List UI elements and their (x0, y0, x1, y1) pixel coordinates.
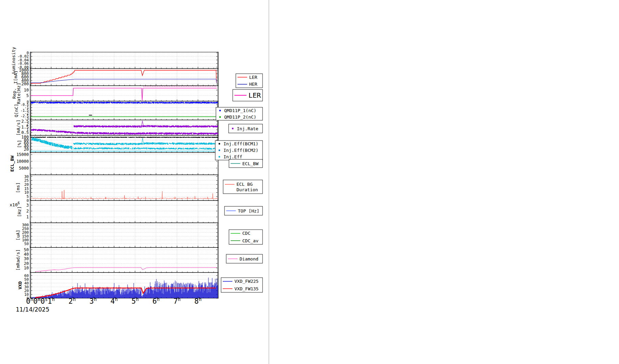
y-tick-label: 20 (24, 147, 29, 152)
y-tick-label: 5000 (19, 166, 29, 171)
series-inj-eff-fall (32, 137, 72, 149)
y-tick-label: 10000 (16, 159, 29, 164)
legend-label: Inj.Eff (223, 154, 242, 159)
x-tick-label: 3h (89, 296, 97, 305)
legend-label: CDC (242, 231, 250, 236)
legend-marker-dot (219, 110, 221, 111)
legend-current: LERHER (236, 74, 263, 88)
x-tick-label: 2h (69, 296, 76, 305)
legend-label: ECL BG (236, 182, 253, 187)
legend-vxd: VXD_FW225VXD_FW135 (221, 278, 263, 292)
y-tick-label: 50 (24, 247, 29, 252)
x-tick-label: 6h (153, 296, 160, 305)
legend-label: HER (249, 82, 257, 87)
legend-label: Inj.Eff(BCM1) (223, 141, 258, 146)
panel-injrate: 2.521.510.5[mA/s] (16, 119, 218, 136)
legend-label: Diamond (240, 256, 258, 262)
legend-marker-dot (219, 143, 220, 145)
panel-injeff: 10080604020[%] (17, 135, 218, 153)
panel-luminosity: 0-0.02-0.04-0.06-0.08Luminosity (11, 47, 218, 74)
x-tick-label: 5h (131, 296, 138, 305)
y-tick-label: 1 (26, 215, 29, 219)
y-tick-label: 40 (24, 252, 29, 257)
x-tick-label: 0h0m0s (26, 296, 48, 305)
legend-eclbg: ECL BGDuration (223, 180, 263, 194)
panel-frame (30, 69, 218, 86)
series-ecl-bg-duration (31, 190, 218, 199)
legend-marker-dot (232, 128, 234, 130)
legend-label: Inj.Rate (237, 126, 258, 131)
panel-ylabel: ECL_BW (10, 156, 15, 172)
legend-diamond: Diamond (226, 254, 263, 263)
x-tick-label: 7h (173, 296, 181, 305)
series-inj-eff-bcm1- (31, 137, 218, 138)
series-inj-rate-spike (142, 121, 144, 126)
panel-eclbg: 302520151050[ms] (15, 174, 218, 203)
legend-eclbw: ECL_BW (229, 159, 263, 168)
y-tick-label: 200 (21, 82, 29, 86)
x-axis: 0h0m0s1h2h3h4h5h6h7h8h (26, 296, 202, 305)
legend-ler-big: LER (233, 89, 263, 101)
panel-ylabel: Luminosity (11, 47, 16, 74)
series-rep-rate (31, 88, 217, 101)
series-inj-eff-low (73, 148, 218, 149)
panel-reprate: 105Rep.Rate[Hz] (12, 83, 218, 104)
y-tick-label: 50 (24, 242, 29, 246)
legend-label: Inj.Eff(BCM2) (223, 148, 258, 153)
x-tick-label: 8h (194, 296, 202, 305)
series-ler (31, 70, 217, 83)
date-label: 11/14/2025 (16, 306, 49, 313)
legend-label: QMD11P_2(nC) (224, 114, 256, 120)
legend-top: TOP [Hz] (224, 206, 263, 215)
panel-ylabel: I[mA] (13, 70, 18, 84)
legend-label: QMD11P_1(nC) (224, 108, 256, 113)
legend-label: Duration (236, 187, 258, 192)
panel-ylabel: Q[nC] (14, 104, 19, 117)
panel-top: 321[Hz]x106 (10, 201, 218, 223)
y-tick-label: 20 (24, 261, 29, 266)
legend-marker-dot (219, 149, 220, 151)
y-tick-label: 3 (26, 203, 29, 208)
legend-injrate: Inj.Rate (229, 124, 263, 133)
y-tick-label: 0 (26, 198, 29, 203)
x-tick-label: 1h (48, 296, 55, 305)
panel-ylabel: [mRad/s] (15, 249, 21, 271)
y-tick-label: 10 (24, 266, 29, 270)
legend-cdc: CDCCDC_av (229, 230, 263, 244)
screenshot-root: { "window": { "divider_x": 784, "backgro… (0, 0, 619, 364)
series-inj-eff-spike (142, 138, 144, 143)
panel-ylabel: [Hz] (17, 206, 22, 217)
panel-ylabel-2: Rate[Hz] (16, 83, 21, 104)
legend-label: LER (248, 91, 261, 99)
legend-label: VXD_FW135 (234, 286, 258, 291)
series-inj-rate-high (74, 125, 218, 127)
panel-ylabel: [%] (17, 140, 22, 148)
legend-label: ECL_BW (242, 161, 258, 166)
panel-ylabel: [mA/s] (16, 120, 21, 136)
panel-frame (30, 247, 218, 272)
beam-monitor-chart: 0-0.02-0.04-0.06-0.08Luminosity100080060… (0, 0, 619, 364)
legend-qmd: QMD11P_1(nC)QMD11P_2(nC) (216, 107, 263, 120)
panel-frame (30, 52, 218, 69)
series-inj-rate-low (31, 129, 218, 134)
y-tick-label: 2 (26, 209, 29, 214)
series-qmd11p-1-nc- (31, 102, 218, 103)
legend-label: VXD_FW225 (234, 279, 258, 284)
panel-ylabel: VXD (17, 281, 23, 290)
y-tick-label: 10 (24, 88, 29, 93)
panel-diamond: 5040302010[mRad/s] (15, 247, 218, 272)
legend-injeff: Inj.Eff(BCM1)Inj.Eff(BCM2)Inj.Eff (215, 141, 263, 160)
window-divider (269, 0, 269, 364)
panel-frame (30, 153, 218, 175)
legend-marker-dot (219, 156, 220, 158)
legend-label: CDC_av (242, 238, 258, 243)
y-tick-label: 15000 (16, 152, 29, 157)
x-tick-label: 4h (110, 296, 118, 305)
panel-cdc: 30025020015010050[uA] (15, 223, 218, 247)
panel-ylabel: [uA] (15, 230, 21, 240)
panel-current: 1000800600400200I[mA] (13, 68, 218, 86)
y-tick-label: 5 (26, 93, 29, 98)
panel-frame (30, 101, 218, 120)
panel-frame (30, 201, 218, 223)
series-inj-eff-mid (74, 143, 218, 145)
